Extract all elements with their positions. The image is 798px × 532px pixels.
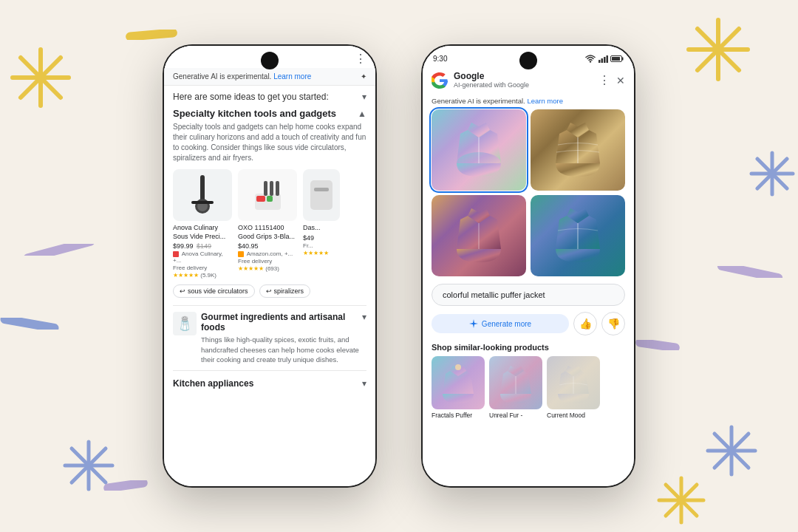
shop-product-name-3: Current Mood — [547, 412, 600, 420]
sparkle-icon — [469, 319, 478, 328]
left-content: Here are some ideas to get you started: … — [164, 86, 375, 395]
sous-vide-name: Anova Culinary Sous Vide Preci... — [173, 224, 232, 241]
battery-icon — [610, 55, 624, 63]
chip-sous-vide[interactable]: ↩ sous vide circulators — [173, 284, 255, 298]
anova-icon — [173, 251, 179, 257]
gourmet-section-title: Gourmet ingredients and artisanal foods — [201, 312, 362, 332]
generate-row: Generate more 👍 👎 — [432, 312, 625, 335]
product-cards-row: Anova Culinary Sous Vide Preci... $99.99… — [173, 169, 366, 279]
jacket-card-3[interactable] — [432, 195, 526, 276]
google-subtitle: AI-generated with Google — [454, 81, 593, 89]
header-actions: ⋮ ✕ — [598, 73, 625, 87]
jacket-card-2[interactable] — [531, 109, 625, 191]
svg-rect-37 — [270, 181, 273, 196]
product-card-sous-vide[interactable]: Anova Culinary Sous Vide Preci... $99.99… — [173, 169, 232, 279]
oxo-image — [238, 169, 297, 221]
status-time: 9:30 — [433, 55, 447, 63]
oxo-shipping: Free delivery — [238, 258, 297, 265]
right-ai-learn-more-link[interactable]: Learn more — [527, 97, 563, 105]
product-card-third[interactable]: Das... $49 Fr... ★★★★★ — [303, 169, 340, 279]
svg-point-57 — [455, 364, 461, 370]
right-close-icon[interactable]: ✕ — [616, 75, 625, 86]
left-phone-notch — [261, 52, 279, 69]
gourmet-section-thumbnail: 🧂 — [173, 312, 197, 335]
ideas-chevron-icon[interactable]: ▾ — [362, 92, 366, 102]
phones-container: ⋮ Generative AI is experimental. Learn m… — [0, 0, 798, 532]
left-phone-screen: Generative AI is experimental. Learn mor… — [164, 46, 375, 486]
shop-card-unreal[interactable]: Unreal Fur - — [489, 356, 542, 420]
jacket-image-grid — [423, 109, 634, 276]
sous-vide-price: $99.99 $149 — [173, 242, 232, 250]
jacket-card-1[interactable] — [432, 109, 526, 191]
gourmet-section: 🧂 Gourmet ingredients and artisanal food… — [173, 305, 366, 370]
status-icons — [585, 55, 624, 63]
shop-product-name-2: Unreal Fur - — [489, 412, 542, 420]
gourmet-section-left: 🧂 Gourmet ingredients and artisanal food… — [173, 312, 362, 364]
left-ai-banner: Generative AI is experimental. Learn mor… — [164, 68, 375, 86]
sous-vide-shipping: Free delivery — [173, 265, 232, 271]
sous-vide-seller: Anova Culinary, +... — [173, 250, 232, 264]
chip-arrow-icon: ↩ — [180, 287, 185, 295]
gourmet-section-desc: Things like high-quality spices, exotic … — [201, 335, 362, 364]
amazon-icon — [238, 251, 244, 257]
left-phone: ⋮ Generative AI is experimental. Learn m… — [163, 44, 377, 488]
left-ai-banner-text: Generative AI is experimental. Learn mor… — [173, 72, 311, 81]
shop-jacket-image-1 — [432, 356, 485, 409]
shop-jacket-image-2 — [489, 356, 542, 409]
right-more-icon[interactable]: ⋮ — [598, 73, 610, 87]
chip-spiralizers[interactable]: ↩ spiralizers — [259, 284, 311, 298]
svg-rect-45 — [601, 58, 604, 63]
specialty-section-title: Specialty kitchen tools and gadgets — [173, 108, 336, 119]
google-header: Google AI-generated with Google ⋮ ✕ — [423, 66, 634, 94]
specialty-section-header: Specialty kitchen tools and gadgets ▲ — [173, 108, 366, 119]
google-title: Google — [454, 71, 593, 81]
thumbs-up-button[interactable]: 👍 — [573, 312, 597, 335]
svg-rect-39 — [256, 196, 265, 202]
google-title-area: Google AI-generated with Google — [454, 71, 593, 89]
right-phone-screen: 9:30 — [423, 46, 634, 486]
kitchen-appliances-section: Kitchen appliances ▾ — [173, 370, 366, 389]
kitchen-chevron-icon[interactable]: ▾ — [362, 378, 366, 389]
shop-products-row: Fractals Puffer — [423, 356, 634, 420]
svg-rect-38 — [276, 181, 279, 196]
third-product-name: Das... — [303, 224, 340, 233]
right-phone: 9:30 — [421, 44, 635, 488]
thumbs-down-button[interactable]: 👎 — [601, 312, 625, 335]
shop-card-fractals[interactable]: Fractals Puffer — [432, 356, 485, 420]
right-phone-notch — [519, 52, 537, 69]
shop-section-title: Shop similar-looking products — [423, 343, 634, 356]
svg-rect-47 — [607, 55, 609, 63]
search-query-bar[interactable]: colorful metallic puffer jacket — [432, 284, 625, 306]
left-ai-learn-more-link[interactable]: Learn more — [273, 72, 311, 81]
svg-rect-50 — [622, 57, 624, 60]
jacket-card-4[interactable] — [531, 195, 625, 276]
oxo-name: OXO 11151400 Good Grips 3-Bla... — [238, 224, 297, 241]
sous-vide-stars: ★★★★★ (5.9K) — [173, 272, 232, 279]
oxo-seller: Amazon.com, +... — [238, 250, 297, 257]
svg-rect-44 — [598, 60, 601, 63]
kitchen-appliances-title: Kitchen appliances — [173, 378, 253, 389]
specialty-chevron-icon[interactable]: ▲ — [358, 109, 366, 119]
shop-card-current-mood[interactable]: Current Mood — [547, 356, 600, 420]
svg-rect-40 — [267, 196, 273, 202]
generate-more-button[interactable]: Generate more — [432, 314, 569, 333]
third-product-price: $49 — [303, 234, 340, 242]
svg-rect-36 — [264, 181, 267, 196]
google-logo — [432, 72, 448, 89]
chip-arrow-icon-2: ↩ — [266, 287, 272, 295]
gourmet-section-header: 🧂 Gourmet ingredients and artisanal food… — [173, 312, 366, 364]
oxo-price: $40.95 — [238, 242, 297, 250]
signal-icon — [598, 55, 608, 63]
svg-rect-34 — [191, 201, 214, 204]
svg-rect-41 — [310, 180, 332, 210]
left-phone-menu-icon[interactable]: ⋮ — [355, 52, 366, 66]
svg-rect-42 — [314, 188, 329, 191]
gourmet-chevron-icon[interactable]: ▾ — [362, 312, 366, 322]
product-card-oxo[interactable]: OXO 11151400 Good Grips 3-Bla... $40.95 … — [238, 169, 297, 279]
search-query-text: colorful metallic puffer jacket — [443, 290, 545, 299]
right-ai-banner: Generative AI is experimental. Learn mor… — [423, 94, 634, 109]
chip-row: ↩ sous vide circulators ↩ spiralizers — [173, 284, 366, 298]
shop-jacket-image-3 — [547, 356, 600, 409]
oxo-stars: ★★★★★ (693) — [238, 265, 297, 272]
jacket-image-4 — [531, 195, 625, 276]
